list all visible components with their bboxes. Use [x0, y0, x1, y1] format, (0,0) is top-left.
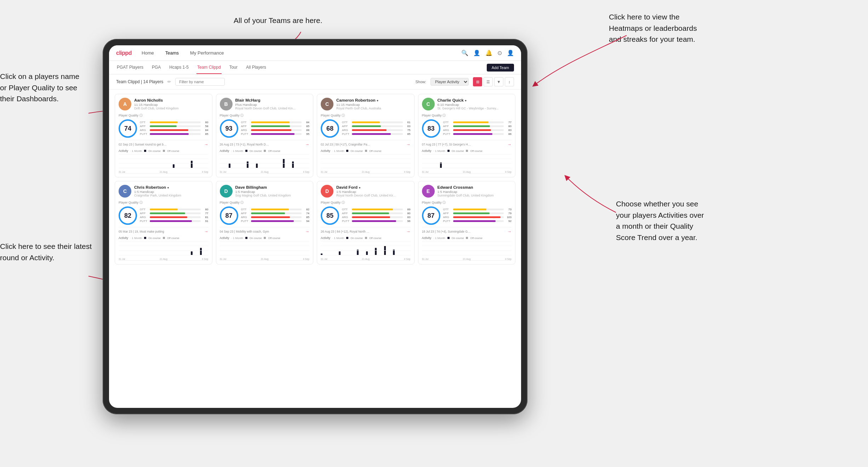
activity-header: Activity · 1 Month On course Off course: [321, 149, 411, 153]
quality-circle[interactable]: 82: [119, 206, 137, 225]
y-line-1: [220, 255, 310, 255]
round-arrow[interactable]: →: [305, 229, 309, 234]
player-name[interactable]: Edward Crossman: [438, 185, 512, 189]
player-card[interactable]: A Aaron Nicholls 11:15 Handicap Drift Go…: [115, 94, 212, 177]
stat-row-putt: PUTT 92: [443, 220, 512, 223]
player-name[interactable]: Aaron Nicholls: [134, 98, 209, 102]
filter-view-button[interactable]: ▼: [494, 77, 503, 86]
quality-circle[interactable]: 68: [321, 119, 339, 138]
activity-period: · 1 Month: [433, 149, 445, 153]
list-view-button[interactable]: ☰: [484, 77, 493, 86]
activity-period: · 1 Month: [332, 237, 344, 240]
quality-circle[interactable]: 74: [119, 119, 137, 138]
annotation-dashboards: Click on a players name or Player Qualit…: [0, 71, 79, 104]
player-handicap: 1:5 Handicap: [235, 190, 310, 194]
stat-row-app: APP 80: [342, 212, 411, 215]
arg-bar: [352, 129, 387, 131]
quality-circle[interactable]: 87: [220, 206, 238, 225]
quality-section: 74 OTT 60 APP 58 ARG: [119, 119, 209, 138]
stat-row-arg: ARG 83: [443, 129, 512, 132]
round-arrow[interactable]: →: [204, 142, 209, 147]
player-name[interactable]: Charlie Quick ●: [438, 98, 512, 102]
y-line-4: [119, 154, 209, 154]
player-card[interactable]: C Cameron Robertson ● 11:15 Handicap Roy…: [317, 94, 415, 177]
quality-section: 87 OTT 82 APP 74 ARG: [220, 206, 310, 225]
putt-bar: [453, 133, 493, 135]
quality-circle[interactable]: 93: [220, 119, 238, 138]
add-team-button[interactable]: Add Team: [487, 64, 514, 72]
player-name[interactable]: Chris Robertson ●: [134, 185, 209, 189]
app-bar-container: [352, 125, 403, 127]
stat-row-app: APP 74: [241, 212, 310, 215]
offcourse-legend-text: Off course: [268, 149, 280, 153]
tab-pgat-players[interactable]: PGAT Players: [116, 61, 144, 74]
activity-period: · 1 Month: [231, 149, 243, 153]
show-label: Show:: [415, 80, 426, 84]
tab-hcaps[interactable]: Hcaps 1-5: [169, 61, 189, 74]
player-card-header: D Dave Billingham 1:5 Handicap Sog Magin…: [220, 185, 310, 198]
tab-all-players[interactable]: All Players: [245, 61, 267, 74]
offcourse-legend-dot: [466, 150, 468, 152]
quality-label: Player Quality ⓘ: [321, 200, 411, 205]
edit-icon[interactable]: ✏: [167, 79, 171, 84]
oncourse-legend-dot: [447, 150, 450, 152]
activity-label: Activity: [321, 149, 330, 153]
round-arrow[interactable]: →: [406, 229, 411, 234]
player-avatar: D: [220, 185, 233, 198]
notification-icon[interactable]: 🔔: [485, 50, 492, 56]
round-arrow[interactable]: →: [406, 142, 411, 147]
quality-circle[interactable]: 85: [321, 206, 339, 225]
nav-performance[interactable]: My Performance: [189, 50, 225, 56]
stat-row-ott: OTT 61: [342, 121, 411, 124]
player-card[interactable]: C Chris Robertson ● 1:5 Handicap Craigmi…: [115, 181, 212, 264]
player-card-header: C Chris Robertson ● 1:5 Handicap Craigmi…: [119, 185, 209, 198]
y-line-2: [422, 163, 512, 164]
putt-bar-container: [251, 133, 302, 135]
player-card[interactable]: B Blair McHarg Plus Handicap Royal North…: [216, 94, 314, 177]
player-name[interactable]: Blair McHarg: [235, 98, 310, 102]
ott-bar-container: [352, 209, 403, 210]
player-card[interactable]: D David Ford ● 1:5 Handicap Royal North …: [317, 181, 415, 264]
grid-view-button[interactable]: ⊞: [473, 77, 482, 86]
chart-x-labels: 31 Jul 21 Aug 4 Sep: [220, 171, 310, 173]
round-arrow[interactable]: →: [507, 229, 512, 234]
y-line-3: [321, 246, 411, 246]
stat-row-putt: PUTT 85: [140, 132, 209, 136]
activity-header: Activity · 1 Month On course Off course: [321, 236, 411, 240]
search-icon[interactable]: 🔍: [461, 50, 468, 56]
quality-circle[interactable]: 87: [422, 206, 440, 225]
round-arrow[interactable]: →: [507, 142, 512, 147]
player-name[interactable]: David Ford ●: [336, 185, 411, 189]
putt-bar-container: [453, 133, 504, 135]
activity-select[interactable]: Player Activity: [430, 78, 469, 86]
stat-row-app: APP 80: [443, 125, 512, 128]
profile-icon[interactable]: 👤: [473, 50, 480, 56]
nav-home[interactable]: Home: [140, 50, 155, 56]
quality-circle[interactable]: 83: [422, 119, 440, 138]
sort-view-button[interactable]: ↕: [505, 77, 514, 86]
stat-row-putt: PUTT 85: [342, 132, 411, 136]
putt-value: 96: [404, 220, 411, 223]
quality-number: 85: [326, 212, 333, 220]
player-card[interactable]: E Edward Crossman 1:5 Handicap Sunningda…: [418, 181, 516, 264]
tab-team-clippd[interactable]: Team Clippd: [196, 61, 222, 74]
user-avatar-icon[interactable]: 👤: [507, 50, 514, 56]
tab-pga[interactable]: PGA: [151, 61, 161, 74]
view-icons: ⊞ ☰ ▼ ↕: [473, 77, 514, 86]
round-arrow[interactable]: →: [305, 142, 309, 147]
stat-row-arg: ARG 81: [140, 216, 209, 219]
nav-teams[interactable]: Teams: [164, 50, 180, 56]
player-club: St. George's Hill GC - Weybridge - Surre…: [438, 107, 512, 110]
offcourse-legend-dot: [163, 237, 165, 239]
player-name[interactable]: Cameron Robertson ●: [336, 98, 411, 102]
player-club: Sog Maging Golf Club, United Kingdom: [235, 194, 310, 197]
player-card[interactable]: C Charlie Quick ● 6:10 Handicap St. Geor…: [418, 94, 516, 177]
tab-tour[interactable]: Tour: [229, 61, 238, 74]
settings-icon[interactable]: ⊙: [497, 50, 502, 56]
player-card[interactable]: D Dave Billingham 1:5 Handicap Sog Magin…: [216, 181, 314, 264]
filter-input[interactable]: [175, 78, 225, 86]
app-value: 80: [404, 212, 411, 215]
round-arrow[interactable]: →: [204, 229, 209, 234]
stat-row-app: APP 58: [140, 125, 209, 128]
player-name[interactable]: Dave Billingham: [235, 185, 310, 189]
